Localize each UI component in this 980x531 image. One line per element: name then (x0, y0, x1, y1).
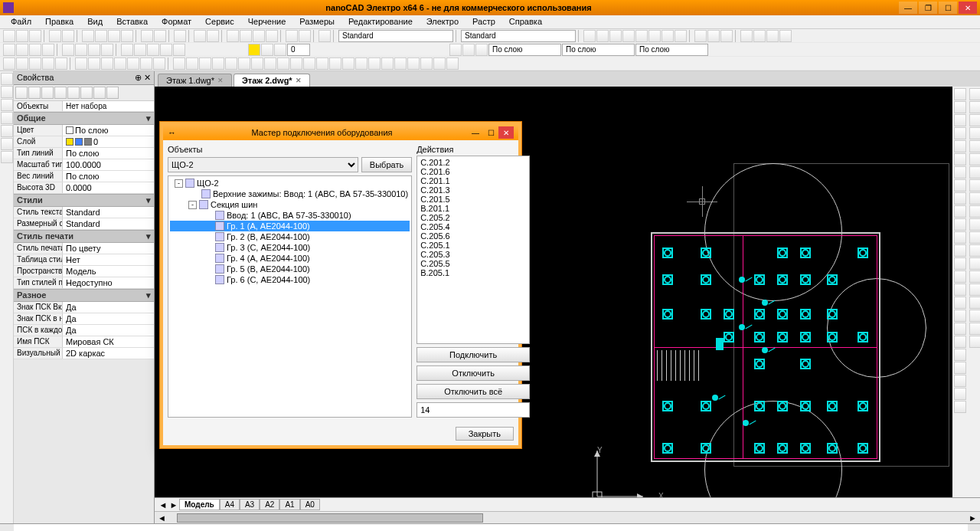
lv-7[interactable] (1, 151, 13, 163)
rv2-19[interactable] (969, 323, 980, 335)
tb2-10[interactable] (134, 44, 146, 56)
tb2-13[interactable] (173, 44, 185, 56)
layer-spec-combo[interactable] (287, 44, 310, 56)
pt-4[interactable] (54, 87, 67, 99)
light-fixture[interactable] (662, 247, 673, 258)
tb3-31[interactable] (407, 57, 420, 70)
light-fixture[interactable] (724, 309, 734, 320)
rv-11[interactable] (954, 218, 966, 231)
tb-pan[interactable] (227, 30, 239, 42)
tb3-28[interactable] (368, 57, 381, 70)
tree-item[interactable]: Гр. 2 (B, АЕ2044-100) (170, 231, 410, 242)
tb3-9[interactable] (114, 57, 126, 70)
tb3-21[interactable] (277, 57, 289, 70)
selected-fixture[interactable] (716, 338, 724, 350)
scrollbar-thumb[interactable] (177, 513, 483, 523)
prop-val[interactable]: 2D каркас (63, 348, 154, 359)
tb3-17[interactable] (225, 57, 237, 70)
tb3-29[interactable] (381, 57, 394, 70)
list-item[interactable]: С.201.5 (419, 195, 528, 204)
menu-raster[interactable]: Растр (466, 15, 501, 28)
light-fixture[interactable] (827, 401, 838, 411)
tree-item[interactable]: Верхние зажимы: Ввод: 1 (ABC, ВА 57-35-3… (170, 188, 410, 199)
prop-val[interactable]: Недоступно (63, 277, 154, 288)
light-fixture[interactable] (827, 332, 838, 343)
scroll-left-icon[interactable]: ◄ (155, 513, 169, 523)
pt-7[interactable] (93, 87, 106, 99)
light-fixture[interactable] (827, 274, 838, 285)
prop-val[interactable]: Нет (63, 254, 154, 265)
tb-g3[interactable] (609, 30, 622, 42)
dialog-close-footer-button[interactable]: Закрыть (456, 427, 514, 441)
style-combo-1[interactable] (338, 30, 453, 42)
tb3-24[interactable] (316, 57, 328, 70)
tb-cut[interactable] (82, 30, 94, 42)
light-fixture[interactable] (800, 359, 811, 369)
dialog-count-input[interactable] (416, 402, 530, 418)
prop-val[interactable]: По цвету (63, 243, 154, 254)
light-fixture[interactable] (701, 443, 711, 454)
light-fixture[interactable] (858, 401, 868, 411)
tree-item[interactable]: -Секция шин (170, 199, 410, 210)
tb3-12[interactable] (153, 57, 165, 70)
tb-new[interactable] (3, 30, 15, 42)
rv2-4[interactable] (969, 127, 980, 139)
prop-val[interactable]: По слою (63, 148, 154, 159)
tb-zoome[interactable] (266, 30, 278, 42)
switch-fixture[interactable] (739, 324, 745, 330)
rv2-10[interactable] (969, 205, 980, 218)
menu-help[interactable]: Справка (503, 15, 548, 28)
rv-14[interactable] (954, 257, 966, 270)
layout-tab-model[interactable]: Модель (179, 499, 220, 510)
tb3-6[interactable] (75, 57, 87, 70)
tb3-32[interactable] (420, 57, 433, 70)
light-fixture[interactable] (662, 443, 673, 454)
light-fixture[interactable] (701, 309, 711, 320)
dialog-tree[interactable]: -ЩО-2Верхние зажимы: Ввод: 1 (ABC, ВА 57… (168, 175, 412, 418)
cmd-scrollbar[interactable] (968, 524, 980, 531)
rv-25[interactable] (954, 401, 966, 413)
tree-expand-icon[interactable]: - (188, 201, 197, 209)
tab-doc-2[interactable]: Этаж 2.dwg*✕ (234, 74, 310, 87)
light-fixture[interactable] (754, 274, 765, 285)
light-fixture[interactable] (754, 359, 765, 369)
light-fixture[interactable] (777, 443, 788, 454)
dialog-object-select[interactable]: ЩО-2 (168, 157, 358, 172)
dialog-minimize-button[interactable]: — (468, 126, 483, 139)
layer-prop-combo-3[interactable] (635, 44, 708, 56)
tb-g13[interactable] (753, 30, 766, 42)
tb3-2[interactable] (16, 57, 28, 70)
menu-electro[interactable]: Электро (420, 15, 465, 28)
tb2-9[interactable] (121, 44, 133, 56)
tb2-p3[interactable] (475, 44, 488, 56)
tb-g8[interactable] (675, 30, 687, 42)
tb3-33[interactable] (433, 57, 446, 70)
tb2-p2[interactable] (462, 44, 475, 56)
tb-i2[interactable] (207, 30, 219, 42)
tb-refresh[interactable] (174, 30, 186, 42)
tb-g14[interactable] (766, 30, 779, 42)
tb-helpq[interactable] (318, 30, 331, 42)
tb-save[interactable] (29, 30, 41, 42)
tb-redo[interactable] (154, 30, 166, 42)
menu-format[interactable]: Формат (155, 15, 198, 28)
panel-pin-icon[interactable]: ⊕ ✕ (135, 73, 151, 83)
dialog-actions-list[interactable]: С.201.2С.201.6С.201.1С.201.3С.201.5В.201… (416, 156, 530, 344)
list-item[interactable]: С.201.6 (419, 167, 528, 176)
tb2-l3[interactable] (274, 44, 286, 56)
tb-open[interactable] (16, 30, 28, 42)
rv-6[interactable] (954, 153, 966, 166)
tb3-25[interactable] (329, 57, 341, 70)
rv2-13[interactable] (969, 244, 980, 257)
tb3-4[interactable] (42, 57, 54, 70)
tb3-14[interactable] (186, 57, 198, 70)
light-fixture[interactable] (777, 309, 788, 320)
tb2-l2[interactable] (261, 44, 273, 56)
tb3-22[interactable] (290, 57, 302, 70)
tb2-l1[interactable] (248, 44, 260, 56)
pt-5[interactable] (67, 87, 80, 99)
tb-g5[interactable] (635, 30, 648, 42)
tb-undo[interactable] (141, 30, 153, 42)
rv2-18[interactable] (969, 310, 980, 322)
rv-9[interactable] (954, 192, 966, 205)
